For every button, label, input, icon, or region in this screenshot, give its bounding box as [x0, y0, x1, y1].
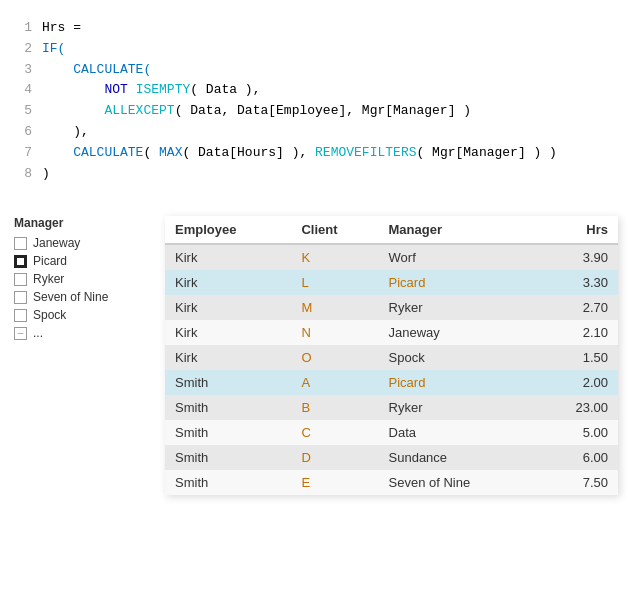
- code-token: ISEMPTY: [136, 82, 191, 97]
- cell-employee: Smith: [165, 470, 291, 495]
- cell-client: E: [291, 470, 378, 495]
- cell-hrs: 3.30: [536, 270, 618, 295]
- line-number: 7: [14, 143, 32, 164]
- cell-hrs: 23.00: [536, 395, 618, 420]
- code-token: CALCULATE(: [42, 62, 151, 77]
- line-number: 5: [14, 101, 32, 122]
- filter-item-label: Seven of Nine: [33, 290, 108, 304]
- cell-hrs: 3.90: [536, 244, 618, 270]
- cell-employee: Kirk: [165, 295, 291, 320]
- cell-manager: Ryker: [379, 295, 537, 320]
- filter-checkbox[interactable]: [14, 273, 27, 286]
- code-token: IF(: [42, 41, 65, 56]
- cell-hrs: 6.00: [536, 445, 618, 470]
- line-content: CALCULATE( MAX( Data[Hours] ), REMOVEFIL…: [42, 143, 557, 164]
- line-number: 4: [14, 80, 32, 101]
- cell-manager: Data: [379, 420, 537, 445]
- line-content: IF(: [42, 39, 65, 60]
- code-token: ( Mgr[Manager] ) ): [416, 145, 556, 160]
- code-line: 3 CALCULATE(: [14, 60, 614, 81]
- cell-client: L: [291, 270, 378, 295]
- table-row: KirkLPicard3.30: [165, 270, 618, 295]
- code-token: Hrs =: [42, 20, 89, 35]
- table-row: SmithDSundance6.00: [165, 445, 618, 470]
- line-content: NOT ISEMPTY( Data ),: [42, 80, 260, 101]
- code-token: ): [42, 166, 50, 181]
- filter-checkbox[interactable]: [14, 291, 27, 304]
- table-body: KirkKWorf3.90KirkLPicard3.30KirkMRyker2.…: [165, 244, 618, 495]
- table-header: EmployeeClientManagerHrs: [165, 216, 618, 244]
- data-table-container: EmployeeClientManagerHrs KirkKWorf3.90Ki…: [165, 216, 618, 495]
- cell-manager: Spock: [379, 345, 537, 370]
- cell-employee: Kirk: [165, 320, 291, 345]
- filter-checkbox[interactable]: [14, 327, 27, 340]
- code-token: REMOVEFILTERS: [315, 145, 416, 160]
- filter-item-label: Ryker: [33, 272, 64, 286]
- filter-item[interactable]: Seven of Nine: [14, 290, 157, 304]
- cell-client: C: [291, 420, 378, 445]
- code-token: ( Data, Data[Employee], Mgr[Manager] ): [175, 103, 471, 118]
- line-content: Hrs =: [42, 18, 89, 39]
- filter-item-label: Picard: [33, 254, 67, 268]
- filter-title: Manager: [14, 216, 157, 230]
- filter-item-label: ...: [33, 326, 43, 340]
- line-number: 2: [14, 39, 32, 60]
- filter-checkbox[interactable]: [14, 255, 27, 268]
- cell-client: O: [291, 345, 378, 370]
- table-column-header: Manager: [379, 216, 537, 244]
- cell-manager: Sundance: [379, 445, 537, 470]
- data-table: EmployeeClientManagerHrs KirkKWorf3.90Ki…: [165, 216, 618, 495]
- code-token: (: [143, 145, 159, 160]
- line-number: 3: [14, 60, 32, 81]
- filter-item-label: Janeway: [33, 236, 80, 250]
- filter-item[interactable]: Janeway: [14, 236, 157, 250]
- table-row: KirkOSpock1.50: [165, 345, 618, 370]
- cell-employee: Kirk: [165, 244, 291, 270]
- cell-manager: Picard: [379, 370, 537, 395]
- table-row: KirkKWorf3.90: [165, 244, 618, 270]
- table-column-header: Client: [291, 216, 378, 244]
- cell-client: K: [291, 244, 378, 270]
- table-row: KirkNJaneway2.10: [165, 320, 618, 345]
- cell-client: B: [291, 395, 378, 420]
- cell-manager: Janeway: [379, 320, 537, 345]
- cell-hrs: 1.50: [536, 345, 618, 370]
- cell-client: M: [291, 295, 378, 320]
- code-line: 6 ),: [14, 122, 614, 143]
- code-line: 7 CALCULATE( MAX( Data[Hours] ), REMOVEF…: [14, 143, 614, 164]
- cell-employee: Smith: [165, 395, 291, 420]
- cell-client: A: [291, 370, 378, 395]
- cell-employee: Kirk: [165, 270, 291, 295]
- code-token: ( Data ),: [190, 82, 260, 97]
- table-row: SmithESeven of Nine7.50: [165, 470, 618, 495]
- filter-panel: Manager JanewayPicardRykerSeven of NineS…: [10, 216, 165, 344]
- filter-item[interactable]: Spock: [14, 308, 157, 322]
- code-token: ( Data[Hours] ),: [182, 145, 315, 160]
- table-row: SmithAPicard2.00: [165, 370, 618, 395]
- cell-hrs: 5.00: [536, 420, 618, 445]
- line-content: ALLEXCEPT( Data, Data[Employee], Mgr[Man…: [42, 101, 471, 122]
- line-number: 8: [14, 164, 32, 185]
- table-column-header: Hrs: [536, 216, 618, 244]
- filter-checkbox[interactable]: [14, 237, 27, 250]
- line-content: CALCULATE(: [42, 60, 151, 81]
- line-content: ),: [42, 122, 89, 143]
- filter-item-label: Spock: [33, 308, 66, 322]
- cell-employee: Smith: [165, 370, 291, 395]
- code-line: 5 ALLEXCEPT( Data, Data[Employee], Mgr[M…: [14, 101, 614, 122]
- code-token: ALLEXCEPT: [42, 103, 175, 118]
- table-row: SmithBRyker23.00: [165, 395, 618, 420]
- cell-employee: Smith: [165, 445, 291, 470]
- line-number: 6: [14, 122, 32, 143]
- code-line: 1Hrs =: [14, 18, 614, 39]
- cell-manager: Seven of Nine: [379, 470, 537, 495]
- filter-item[interactable]: ...: [14, 326, 157, 340]
- cell-hrs: 2.70: [536, 295, 618, 320]
- filter-item[interactable]: Picard: [14, 254, 157, 268]
- filter-item[interactable]: Ryker: [14, 272, 157, 286]
- cell-hrs: 2.10: [536, 320, 618, 345]
- code-token: ),: [42, 124, 89, 139]
- cell-client: D: [291, 445, 378, 470]
- filter-checkbox[interactable]: [14, 309, 27, 322]
- code-line: 2IF(: [14, 39, 614, 60]
